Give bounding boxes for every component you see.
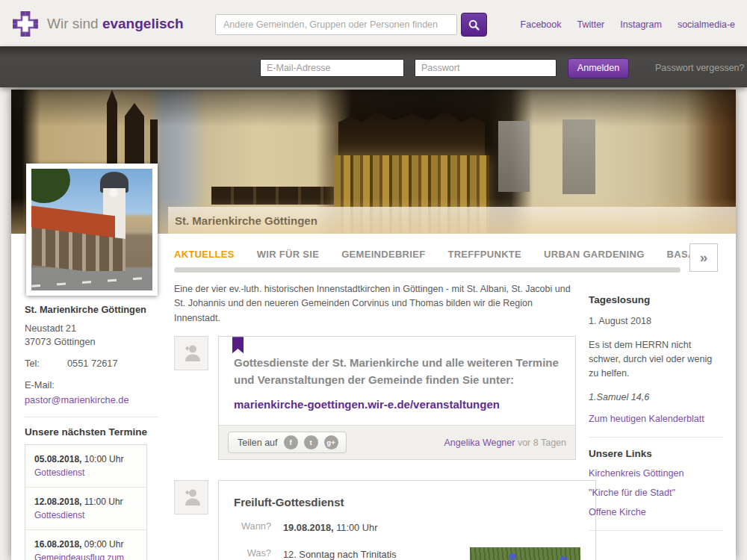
divider <box>25 417 158 417</box>
chevron-double-right-icon: » <box>700 249 708 266</box>
event-post-card: Freiluft-Gottesdienst Wann? 19.08.2018, … <box>218 480 596 560</box>
profile-photo <box>26 164 158 296</box>
brand[interactable]: Wir sind evangelisch <box>11 10 184 38</box>
tree-shape <box>31 169 70 203</box>
forgot-password-link[interactable]: Passwort vergessen? <box>655 63 745 73</box>
post-card: Gottesdienste der St. Marienkirche und a… <box>218 336 576 460</box>
avatar <box>174 480 208 514</box>
tabs-scrollbar[interactable] <box>174 267 681 273</box>
tageslosung-date: 1. August 2018 <box>589 314 723 329</box>
golden-altar-shape <box>334 155 489 234</box>
tab-urban-gardening[interactable]: URBAN GARDENING <box>544 249 645 260</box>
email-label: E-Mail: <box>25 379 158 392</box>
contact-name: St. Marienkirche Göttingen <box>25 304 158 315</box>
hero-panel-shapes <box>211 187 346 205</box>
login-bar: Anmelden Passwort vergessen? <box>0 46 747 87</box>
cross-logo-icon <box>11 10 40 38</box>
page-title: St. Marienkirche Göttingen <box>175 214 317 227</box>
googleplus-share-icon[interactable]: g+ <box>324 435 338 449</box>
tab-aktuelles[interactable]: AKTUELLES <box>174 249 235 260</box>
feed: Eine der vier ev.-luth. historischen Inn… <box>174 282 576 560</box>
offene-kirche-link[interactable]: Offene Kirche <box>589 507 723 517</box>
instagram-link[interactable]: Instagram <box>620 19 662 30</box>
flower-meadow-image <box>470 547 580 560</box>
kalenderblatt-link[interactable]: Zum heutigen Kalenderblatt <box>589 414 723 424</box>
tab-wir-fuer-sie[interactable]: WIR FÜR SIE <box>257 249 319 260</box>
socialmedia-e-link[interactable]: socialmedia-e <box>678 19 735 30</box>
divider <box>589 530 723 531</box>
facebook-link[interactable]: Facebook <box>521 19 562 30</box>
church-photo <box>31 169 152 290</box>
event-what-row: Was? 12. Sonntag nach Trinitatis 11 Uhr,… <box>234 547 580 560</box>
header-search <box>215 13 487 37</box>
termine-list: 05.08.2018, 10:00 Uhr Gottesdienst 12.08… <box>25 444 147 560</box>
search-icon <box>468 19 480 31</box>
avatar <box>174 336 208 370</box>
right-sidebar: Tageslosung 1. August 2018 Es ist dem HE… <box>589 294 723 541</box>
post-timestamp: vor 8 Tagen <box>515 438 566 448</box>
password-field[interactable] <box>415 59 557 77</box>
tel-value: 0551 72617 <box>67 357 118 370</box>
termine-item: 12.08.2018, 11:00 Uhr Gottesdienst <box>25 488 146 530</box>
kirchenkreis-link[interactable]: Kirchenkreis Göttingen <box>589 468 723 479</box>
event-link[interactable]: Gottesdienst <box>34 467 137 479</box>
post: Freiluft-Gottesdienst Wann? 19.08.2018, … <box>174 480 576 560</box>
links-heading: Unsere Links <box>589 448 723 459</box>
altar-canopy-shape <box>338 112 485 158</box>
contact-email-link[interactable]: pastor@marienkirche.de <box>25 394 129 405</box>
post-footer: Teilen auf f t g+ Angelika Wegner vor 8 … <box>219 425 575 459</box>
tageslosung-reference: 1.Samuel 14,6 <box>589 391 723 405</box>
wall-panel-shape <box>498 121 530 192</box>
termine-heading: Unsere nächsten Termine <box>25 426 158 438</box>
post-link[interactable]: marienkirche-goettingen.wir-e.de/veranst… <box>234 398 500 411</box>
termine-item: 16.08.2018, 09:00 Uhr Gemeindeausflug zu… <box>25 530 146 560</box>
divider <box>589 437 723 438</box>
contact-city: 37073 Göttingen <box>25 335 158 349</box>
more-tabs-button[interactable]: » <box>689 243 718 272</box>
event-when-row: Wann? 19.08.2018, 11:00 Uhr <box>234 520 580 535</box>
tab-bar: AKTUELLES WIR FÜR SIE GEMEINDEBRIEF TREF… <box>174 249 702 260</box>
tab-gemeindebrief[interactable]: GEMEINDEBRIEF <box>341 249 425 260</box>
contact-street: Neustadt 21 <box>25 322 158 335</box>
search-button[interactable] <box>461 13 487 37</box>
left-sidebar: St. Marienkirche Göttingen Neustadt 21 3… <box>25 304 158 560</box>
facebook-share-icon[interactable]: f <box>284 435 298 449</box>
kirche-stadt-link[interactable]: "Kirche für die Stadt" <box>589 488 723 498</box>
twitter-share-icon[interactable]: t <box>304 435 318 449</box>
brand-text: Wir sind evangelisch <box>47 16 184 32</box>
event-details: 12. Sonntag nach Trinitatis 11 Uhr, Frei… <box>283 547 470 560</box>
search-input[interactable] <box>215 14 457 35</box>
top-header: Wir sind evangelisch Facebook Twitter In… <box>0 0 747 46</box>
when-label: Wann? <box>234 520 271 535</box>
page-title-bar: St. Marienkirche Göttingen <box>168 207 736 234</box>
post-meta: Angelika Wegner vor 8 Tagen <box>444 438 566 448</box>
wall-panel-shape <box>562 119 595 194</box>
person-add-icon <box>179 341 203 365</box>
event-link[interactable]: Gemeindeausflug zum Bibelgarten Bad Sood… <box>34 552 137 560</box>
tageslosung-verse: Es ist dem HERRN nicht schwer, durch vie… <box>589 338 723 381</box>
tower-clock-shape <box>109 188 118 197</box>
share-button[interactable]: Teilen auf f t g+ <box>228 432 347 453</box>
what-label: Was? <box>234 547 271 560</box>
profile-description: Eine der vier ev.-luth. historischen Inn… <box>174 282 576 326</box>
tel-label: Tel: <box>25 357 67 370</box>
post-title: Gottesdienste der St. Marienkirche und a… <box>234 355 560 388</box>
tageslosung-heading: Tageslosung <box>589 294 723 305</box>
social-links: Facebook Twitter Instagram socialmedia-e <box>521 19 735 30</box>
main-container: St. Marienkirche Göttingen AKTUELLES WIR… <box>11 90 736 560</box>
tab-treffpunkte[interactable]: TREFFPUNKTE <box>447 249 521 260</box>
termine-item: 05.08.2018, 10:00 Uhr Gottesdienst <box>25 445 146 488</box>
event-title: Freiluft-Gottesdienst <box>234 496 580 508</box>
twitter-link[interactable]: Twitter <box>577 19 604 30</box>
author-link[interactable]: Angelika Wegner <box>444 438 515 448</box>
person-add-icon <box>179 485 203 509</box>
email-field[interactable] <box>260 59 404 77</box>
event-link[interactable]: Gottesdienst <box>34 509 137 522</box>
login-button[interactable]: Anmelden <box>568 58 629 78</box>
post: Gottesdienste der St. Marienkirche und a… <box>174 336 576 460</box>
